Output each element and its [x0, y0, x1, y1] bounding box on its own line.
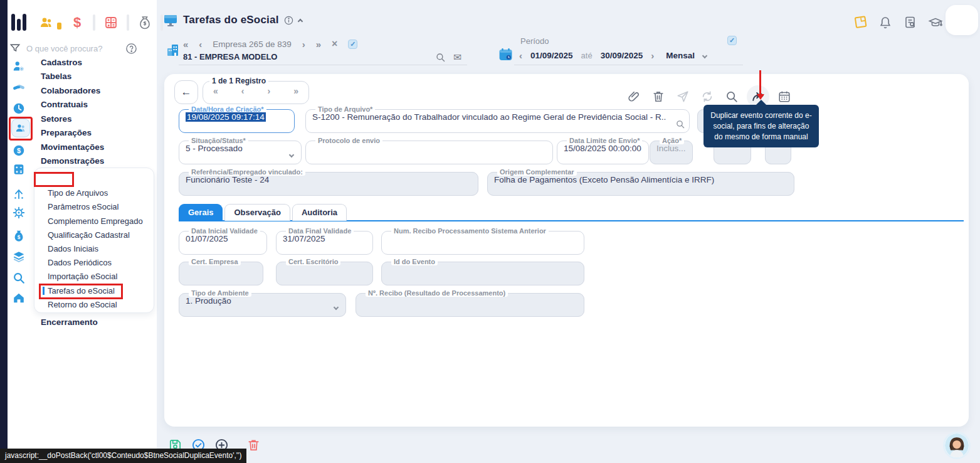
record-next-button[interactable]: ›: [268, 86, 271, 96]
academy-graduation-icon[interactable]: [928, 15, 943, 30]
delete-record-button[interactable]: [246, 438, 261, 452]
submenu-qualificacao-cadastral[interactable]: Qualificação Cadastral: [48, 230, 130, 240]
sidebar-item-contratuais[interactable]: Contratuais: [41, 100, 88, 109]
duplicate-tooltip: Duplicar evento corrente do e-social, pa…: [703, 105, 819, 147]
people-module-icon[interactable]: [39, 15, 54, 30]
field-protocolo-envio[interactable]: Protocolo de envio: [305, 137, 553, 164]
sidebar-search-input[interactable]: [26, 44, 120, 53]
record-prev-button[interactable]: ‹: [241, 86, 245, 96]
sidebar-item-preparacoes[interactable]: Preparações: [41, 128, 92, 137]
submenu-complemento-empregado[interactable]: Complemento Empregado: [48, 216, 143, 226]
document-search-icon[interactable]: [903, 15, 918, 30]
period-mode-select[interactable]: Mensal: [666, 51, 695, 60]
tab-auditoria[interactable]: Auditoria: [292, 204, 347, 221]
money-bag-module-icon[interactable]: [137, 15, 152, 30]
record-first-button[interactable]: «: [213, 86, 218, 96]
field-data-inicial-validade[interactable]: Data Inicial Validade 01/07/2025: [179, 227, 267, 255]
field-data-hora-criacao[interactable]: Data/Hora de Criação* 19/08/2025 09:17:1…: [179, 105, 295, 133]
sidebar-item-encerramento[interactable]: Encerramento: [41, 317, 98, 327]
settings-gear-icon[interactable]: [12, 206, 26, 220]
submenu-retorno-do-esocial[interactable]: Retorno do eSocial: [48, 300, 117, 309]
search-magnifier-icon[interactable]: [12, 271, 26, 285]
filter-funnel-icon[interactable]: [9, 42, 21, 55]
collapse-chevron-icon[interactable]: [297, 19, 302, 24]
indicators-trend-icon[interactable]: [12, 187, 26, 201]
sidebar-item-cadastros[interactable]: Cadastros: [41, 58, 82, 67]
sidebar-item-movimentacoes[interactable]: Movimentações: [41, 142, 104, 152]
status-bar-link-preview: javascript:__doPostBack('ctl00$Conteudo$…: [0, 449, 246, 463]
period-start-date[interactable]: 01/09/2025: [530, 51, 573, 60]
sidebar-item-setores[interactable]: Setores: [41, 114, 72, 124]
search-icon[interactable]: [725, 90, 739, 104]
home-icon[interactable]: [12, 291, 26, 305]
field-situacao-status[interactable]: Situação/Status* 5 - Processado: [179, 137, 302, 164]
period-prev-button[interactable]: ‹: [519, 50, 522, 61]
sidebar-item-demonstracoes[interactable]: Demonstrações: [41, 156, 104, 166]
company-checkbox[interactable]: ✓: [348, 40, 357, 49]
sidebar-item-colaboradores[interactable]: Colaboradores: [41, 86, 100, 95]
payroll-dollar-icon[interactable]: $: [12, 144, 26, 157]
app-logo[interactable]: [11, 14, 26, 31]
calculator-module-icon[interactable]: [103, 15, 119, 30]
company-next-button[interactable]: ›: [302, 39, 305, 50]
submenu-dados-periodicos[interactable]: Dados Periódicos: [48, 258, 112, 267]
calendar-icon[interactable]: [777, 90, 791, 104]
field-referencia-empregado: Referência/Empregado vinculado: Funcioná…: [179, 168, 478, 196]
company-search-icon[interactable]: [435, 52, 446, 63]
esocial-money-bag-icon[interactable]: $: [12, 229, 26, 243]
company-underline: [179, 65, 467, 65]
company-counter: Empresa 265 de 839: [213, 40, 291, 49]
user-avatar[interactable]: [943, 432, 971, 459]
sidebar-item-tabelas[interactable]: Tabelas: [41, 72, 71, 81]
field-tipo-ambiente: Tipo de Ambiente 1. Produção: [179, 289, 346, 317]
submenu-dados-iniciais[interactable]: Dados Iniciais: [48, 244, 98, 253]
topright-panel-card: [946, 5, 978, 35]
company-first-button[interactable]: «: [183, 39, 188, 50]
collaborators-handshake-icon[interactable]: [12, 80, 26, 94]
field-tipo-arquivo[interactable]: Tipo de Arquivo* S-1200 - Remuneração do…: [305, 105, 690, 133]
field-label: Cert. Empresa: [189, 258, 241, 265]
dollar-module-icon[interactable]: $: [70, 15, 85, 30]
notifications-bell-icon[interactable]: [878, 15, 893, 30]
refresh-icon[interactable]: [700, 90, 714, 104]
logo-bar: [23, 14, 26, 31]
period-end-date[interactable]: 30/09/2025: [601, 51, 643, 60]
notes-icon[interactable]: [853, 15, 868, 30]
field-value: 5 - Processado: [186, 144, 295, 153]
calculations-calculator-icon[interactable]: [12, 162, 26, 176]
field-value: Folha de Pagamentos (Exceto Pensão Alime…: [494, 175, 788, 184]
field-data-limite-envio[interactable]: Data Limite de Envio* 15/08/2025 00:00:0…: [557, 137, 649, 164]
period-next-button[interactable]: ›: [651, 50, 654, 61]
company-clear-button[interactable]: ×: [332, 38, 337, 50]
select-chevron-icon[interactable]: [289, 152, 294, 157]
monitor-icon: [163, 13, 178, 28]
tab-observacao[interactable]: Observação: [224, 204, 290, 221]
annotation-arrow-head: [757, 94, 764, 104]
registrations-person-gear-icon[interactable]: [12, 60, 26, 73]
send-paper-plane-icon[interactable]: [676, 90, 690, 104]
tab-gerais[interactable]: Gerais: [179, 204, 223, 221]
company-prev-button[interactable]: ‹: [199, 39, 202, 50]
record-last-button[interactable]: »: [293, 86, 298, 96]
period-checkbox[interactable]: ✓: [727, 36, 737, 45]
field-value: 01/07/2025: [186, 234, 260, 243]
info-icon[interactable]: [284, 16, 293, 25]
contracts-clock-icon[interactable]: [12, 102, 26, 115]
delete-trash-icon[interactable]: [651, 90, 665, 104]
layers-icon[interactable]: [12, 250, 26, 263]
submenu-parametros-esocial[interactable]: Parâmetros eSocial: [48, 202, 119, 211]
field-acao[interactable]: Ação* Inclus...: [650, 137, 693, 164]
help-icon[interactable]: [125, 43, 137, 55]
attachment-paperclip-icon[interactable]: [627, 90, 641, 104]
company-envelope-icon[interactable]: ✉: [453, 51, 461, 63]
lookup-search-icon[interactable]: [675, 119, 685, 129]
back-button[interactable]: ←: [174, 80, 198, 104]
company-last-button[interactable]: »: [316, 39, 321, 50]
period-mode-chevron-icon[interactable]: [702, 53, 707, 58]
submenu-tipo-de-arquivos[interactable]: Tipo de Arquivos: [48, 188, 108, 198]
field-num-recibo-anterior[interactable]: Num. Recibo Processamento Sistema Anteri…: [381, 227, 584, 255]
field-data-final-validade[interactable]: Data Final Validade 31/07/2025: [276, 227, 373, 255]
field-label: Nº. Recibo (Resultado de Processamento): [366, 289, 508, 297]
submenu-importacao-esocial[interactable]: Importação eSocial: [48, 272, 117, 281]
field-num-recibo-resultado: Nº. Recibo (Resultado de Processamento): [356, 289, 584, 317]
